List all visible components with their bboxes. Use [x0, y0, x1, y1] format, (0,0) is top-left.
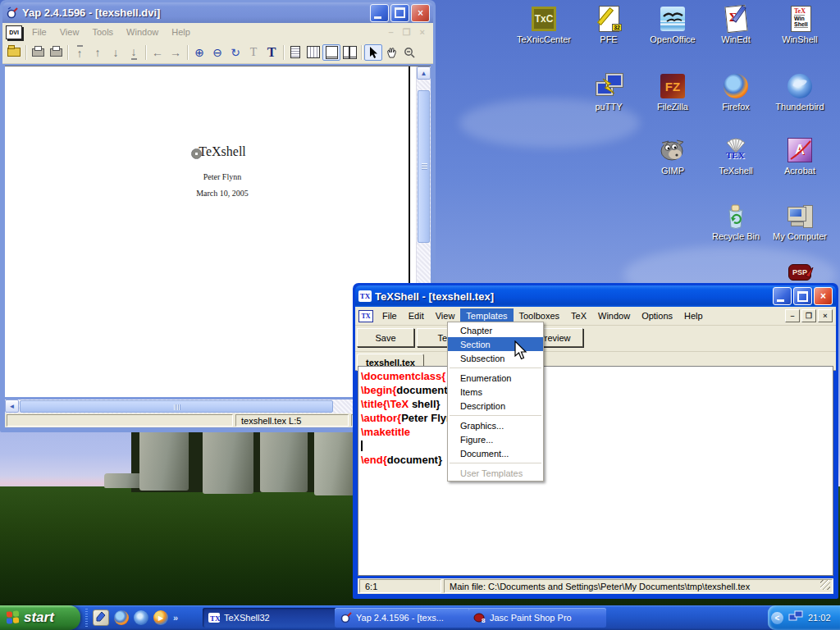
tex-menu-window[interactable]: Window: [592, 308, 636, 323]
desktop-icon-openoffice[interactable]: OpenOffice: [641, 5, 705, 44]
main-file-path: Main file: C:\Documents and Settings\Pet…: [444, 579, 833, 593]
texshell-titlebar[interactable]: TX TeXShell - [texshell.tex] ×: [355, 285, 836, 307]
previous-page-icon[interactable]: ↑: [89, 44, 107, 61]
gimp-icon: [659, 136, 687, 164]
texshell-minimize-button[interactable]: [773, 287, 792, 305]
continuous-view-icon[interactable]: [304, 44, 322, 61]
yap-menu-file[interactable]: File: [25, 25, 53, 39]
desktop-icon-my-computer[interactable]: My Computer: [768, 202, 832, 241]
scrollbar-thumb[interactable]: [20, 400, 333, 413]
tex-menu-file[interactable]: File: [377, 308, 403, 323]
scrollbar-thumb[interactable]: [418, 90, 430, 243]
mdi-minimize-button[interactable]: –: [785, 309, 800, 322]
two-page-width-view-icon[interactable]: [340, 44, 358, 61]
desktop-icon-recycle-bin[interactable]: Recycle Bin: [704, 202, 768, 241]
desktop-icon-pfe[interactable]: 32 PFE: [577, 5, 641, 44]
menu-item-items[interactable]: Items: [448, 385, 543, 399]
taskbar-button-yap[interactable]: Yap 2.4.1596 - [texs...: [335, 608, 473, 628]
taskbar-button-texshell[interactable]: TX TeXShell32: [203, 608, 340, 628]
scroll-left-icon[interactable]: ◄: [5, 399, 19, 413]
desktop-icon-thunderbird[interactable]: Thunderbird: [768, 72, 832, 112]
tex-menu-options[interactable]: Options: [636, 308, 678, 323]
resize-grip[interactable]: [820, 580, 830, 590]
icon-label: My Computer: [768, 231, 832, 241]
scroll-up-icon[interactable]: ▲: [417, 66, 431, 80]
dvi-doc-author: Peter Flynn: [136, 172, 308, 181]
taskbar-button-psp[interactable]: 8 Jasc Paint Shop Pro: [468, 608, 606, 628]
mdi-close-button[interactable]: ×: [818, 309, 833, 322]
menu-item-enumeration[interactable]: Enumeration: [448, 371, 543, 385]
texshell-editor[interactable]: \documentclass{ \begin{document} \title{…: [358, 366, 833, 576]
refresh-icon[interactable]: ↻: [226, 44, 244, 61]
dvi-file-icon[interactable]: DVI: [6, 25, 22, 39]
svg-text:8: 8: [482, 617, 486, 624]
yap-close-button[interactable]: ×: [411, 4, 430, 22]
desktop-icon-texniccenter[interactable]: TxC TeXnicCenter: [512, 5, 576, 44]
tex-menu-help[interactable]: Help: [678, 308, 709, 323]
yap-menu-tools[interactable]: Tools: [85, 25, 120, 39]
start-button[interactable]: start: [0, 605, 80, 630]
forward-icon[interactable]: →: [167, 44, 185, 61]
hand-tool-icon[interactable]: [382, 44, 400, 61]
menu-item-chapter[interactable]: Chapter: [448, 323, 543, 337]
zoom-out-icon[interactable]: ⊖: [208, 44, 226, 61]
quicklaunch-overflow-chevron[interactable]: »: [173, 613, 178, 623]
page-width-view-icon[interactable]: [322, 44, 340, 61]
desktop-icon-firefox[interactable]: Firefox: [704, 72, 768, 112]
yap-titlebar[interactable]: Yap 2.4.1596 - [texshell.dvi] ×: [2, 2, 433, 23]
desktop-icon-putty[interactable]: puTTY: [577, 72, 641, 112]
network-tray-icon[interactable]: [788, 609, 803, 626]
thunderbird-quicklaunch-icon[interactable]: [134, 610, 148, 625]
text-tool-icon[interactable]: T: [262, 44, 281, 61]
print-icon[interactable]: [29, 44, 47, 61]
mdi-restore-button[interactable]: ❐: [801, 309, 816, 322]
toolbar-grip[interactable]: [85, 609, 88, 627]
desktop-icon-texshell[interactable]: TEX TeXshell: [704, 136, 768, 176]
pointer-tool-icon[interactable]: [364, 44, 382, 61]
desktop-icon-filezilla[interactable]: FZ FileZilla: [641, 72, 705, 112]
menu-item-document[interactable]: Document...: [448, 446, 543, 460]
desktop-icon-acrobat[interactable]: A Acrobat: [768, 136, 832, 176]
code-line: \maketitle: [361, 425, 833, 439]
back-icon[interactable]: ←: [148, 44, 167, 61]
openoffice-icon: [659, 5, 687, 33]
yap-toolbar: ↑ ↑ ↓ ↓ ← → ⊕ ⊖ ↻ T T: [2, 41, 433, 64]
last-page-icon[interactable]: ↓: [125, 44, 143, 61]
tex-menu-edit[interactable]: Edit: [403, 308, 430, 323]
tex-menu-tex[interactable]: TeX: [565, 308, 592, 323]
firefox-quicklaunch-icon[interactable]: [114, 610, 129, 625]
print-setup-icon[interactable]: [47, 44, 65, 61]
menu-item-user-templates[interactable]: User Templates: [448, 466, 543, 480]
open-icon[interactable]: [5, 44, 23, 61]
yap-mdi-controls[interactable]: – ❐ ×: [388, 27, 428, 38]
zoom-in-icon[interactable]: ⊕: [190, 44, 208, 61]
hide-icons-chevron[interactable]: <: [771, 612, 783, 624]
magnifier-tool-icon[interactable]: [400, 44, 418, 61]
start-label: start: [24, 609, 54, 626]
next-page-icon[interactable]: ↓: [107, 44, 125, 61]
yap-minimize-button[interactable]: [370, 4, 389, 22]
texshell-close-button[interactable]: ×: [814, 287, 833, 305]
texshell-menubar: TX File Edit View Templates Toolboxes Te…: [355, 307, 836, 326]
mdi-document-icon[interactable]: TX: [358, 310, 373, 322]
show-desktop-icon[interactable]: [93, 609, 109, 626]
yap-menu-view[interactable]: View: [53, 25, 86, 39]
save-button[interactable]: Save: [357, 328, 414, 347]
first-page-icon[interactable]: ↑: [71, 44, 89, 61]
code-line: \title{\TeX shell}: [361, 397, 833, 411]
media-player-quicklaunch-icon[interactable]: ▶: [153, 610, 168, 625]
single-page-view-icon[interactable]: [286, 44, 304, 61]
desktop-icon-winshell[interactable]: TeX Win Shell WinShell: [768, 5, 832, 44]
ruler-tool-icon[interactable]: T: [244, 44, 262, 61]
menu-item-graphics[interactable]: Graphics...: [448, 418, 543, 432]
texshell-maximize-button[interactable]: [793, 287, 812, 305]
yap-menu-help[interactable]: Help: [165, 25, 197, 39]
menu-item-description[interactable]: Description: [448, 399, 543, 413]
desktop-icon-winedt[interactable]: Σ WinEdt: [704, 5, 768, 44]
icon-label: TeXshell: [704, 166, 768, 176]
yap-menu-window[interactable]: Window: [120, 25, 165, 39]
icon-label: Firefox: [704, 102, 768, 112]
menu-item-figure[interactable]: Figure...: [448, 432, 543, 446]
desktop-icon-gimp[interactable]: GIMP: [641, 136, 705, 176]
yap-maximize-button[interactable]: [390, 4, 409, 22]
